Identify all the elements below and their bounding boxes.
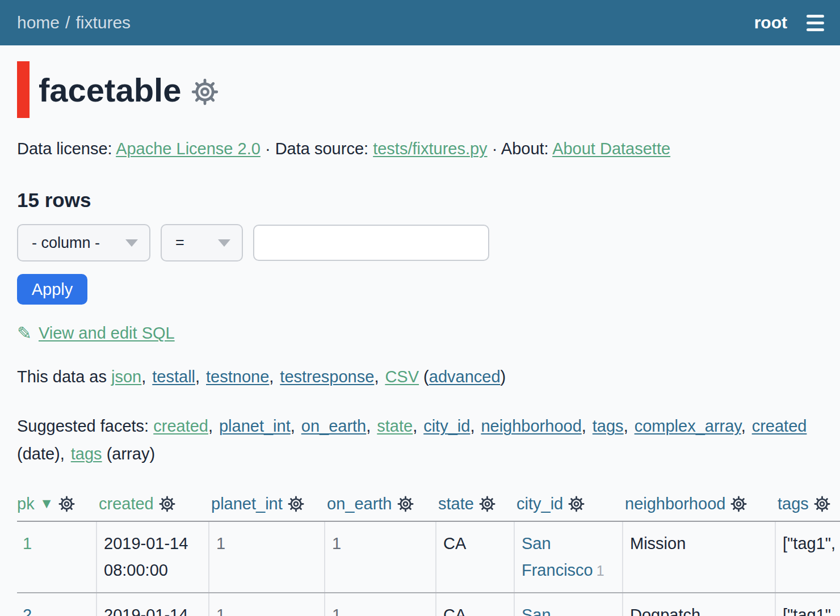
user-root-link[interactable]: root bbox=[754, 13, 787, 32]
main-content: facetable Data license: Apache License 2… bbox=[0, 61, 840, 616]
table-row: 2 2019-01-14 08:00:00 1 1 CA San Francis… bbox=[17, 593, 840, 616]
column-header-neighborhood: neighborhood bbox=[623, 487, 775, 521]
top-nav: home / fixtures root bbox=[0, 0, 840, 45]
column-header-created-link[interactable]: created bbox=[99, 495, 154, 513]
source-label: Data source: bbox=[275, 140, 368, 158]
column-header-tags: tags bbox=[775, 487, 840, 521]
breadcrumb: home / fixtures bbox=[17, 13, 131, 32]
column-menu-gear-icon[interactable] bbox=[479, 496, 495, 512]
breadcrumb-home-link[interactable]: home bbox=[17, 13, 60, 32]
facets-prefix: Suggested facets: bbox=[17, 417, 149, 435]
apply-button[interactable]: Apply bbox=[17, 274, 87, 305]
cell-planet-int: 1 bbox=[209, 521, 325, 593]
license-link[interactable]: Apache License 2.0 bbox=[116, 140, 261, 158]
cell-created: 2019-01-14 08:00:00 bbox=[96, 593, 209, 616]
results-table-container: pk▼ created planet_int on_earth state bbox=[17, 487, 840, 616]
hamburger-menu-icon[interactable] bbox=[805, 12, 825, 33]
facet-link-neighborhood[interactable]: neighborhood bbox=[481, 417, 581, 435]
breadcrumb-fixtures-link[interactable]: fixtures bbox=[75, 13, 131, 32]
facet-suffix-date: (date) bbox=[17, 445, 60, 463]
column-header-city-id: city_id bbox=[514, 487, 623, 521]
nav-right: root bbox=[754, 12, 825, 33]
cell-state: CA bbox=[436, 593, 514, 616]
facet-link-city-id[interactable]: city_id bbox=[423, 417, 470, 435]
column-header-on-earth: on_earth bbox=[325, 487, 436, 521]
export-link-testresponse[interactable]: testresponse bbox=[280, 368, 374, 386]
export-link-testnone[interactable]: testnone bbox=[206, 368, 269, 386]
suggested-facets-row: Suggested facets: created, planet_int, o… bbox=[17, 412, 823, 467]
filter-operator-select[interactable]: = bbox=[161, 224, 243, 261]
cell-created: 2019-01-14 08:00:00 bbox=[96, 521, 209, 593]
cell-city-id: San Francisco1 bbox=[514, 521, 623, 593]
metadata-line: Data license: Apache License 2.0 · Data … bbox=[17, 140, 823, 158]
column-header-on-earth-link[interactable]: on_earth bbox=[327, 495, 392, 513]
facet-link-on-earth[interactable]: on_earth bbox=[301, 417, 367, 435]
sort-desc-icon: ▼ bbox=[40, 495, 54, 511]
cell-tags: ["tag1", "tag3"] bbox=[775, 593, 840, 616]
chevron-down-icon bbox=[125, 239, 138, 247]
export-link-csv[interactable]: CSV bbox=[385, 368, 419, 386]
accent-bar bbox=[17, 61, 30, 118]
pencil-icon: ✎ bbox=[17, 323, 32, 344]
column-header-state-link[interactable]: state bbox=[438, 495, 474, 513]
column-menu-gear-icon[interactable] bbox=[288, 496, 304, 512]
facet-link-tags[interactable]: tags bbox=[593, 417, 624, 435]
export-prefix: This data as bbox=[17, 368, 107, 386]
cell-pk: 2 bbox=[17, 593, 96, 616]
page-title: facetable bbox=[39, 71, 181, 109]
column-header-pk-link[interactable]: pk bbox=[17, 495, 35, 513]
about-label: About: bbox=[501, 140, 549, 158]
export-links-row: This data as json, testall, testnone, te… bbox=[17, 368, 823, 386]
city-link[interactable]: San Francisco bbox=[522, 606, 593, 616]
facet-link-complex-array[interactable]: complex_array bbox=[635, 417, 741, 435]
cell-on-earth: 1 bbox=[325, 593, 436, 616]
dot-separator: · bbox=[492, 140, 498, 158]
filter-operator-value: = bbox=[175, 234, 184, 252]
column-menu-gear-icon[interactable] bbox=[568, 496, 585, 512]
column-menu-gear-icon[interactable] bbox=[58, 496, 75, 512]
table-header-row: pk▼ created planet_int on_earth state bbox=[17, 487, 840, 521]
column-header-city-id-link[interactable]: city_id bbox=[516, 495, 563, 513]
sql-link-row: ✎ View and edit SQL bbox=[17, 323, 823, 344]
column-header-planet-int: planet_int bbox=[209, 487, 325, 521]
column-menu-gear-icon[interactable] bbox=[814, 496, 830, 512]
export-link-testall[interactable]: testall bbox=[152, 368, 195, 386]
facet-link-state[interactable]: state bbox=[377, 417, 413, 435]
export-link-advanced[interactable]: advanced bbox=[429, 368, 501, 386]
dot-separator: · bbox=[265, 140, 271, 158]
about-link[interactable]: About Datasette bbox=[552, 140, 670, 158]
facet-link-tags-array[interactable]: tags bbox=[71, 445, 102, 463]
cell-city-id: San Francisco1 bbox=[514, 593, 623, 616]
column-header-planet-int-link[interactable]: planet_int bbox=[211, 495, 283, 513]
column-header-neighborhood-link[interactable]: neighborhood bbox=[625, 495, 725, 513]
table-settings-gear-icon[interactable] bbox=[191, 78, 219, 106]
export-link-json[interactable]: json bbox=[111, 368, 141, 386]
cell-neighborhood: Dogpatch bbox=[623, 593, 775, 616]
filter-value-input[interactable] bbox=[253, 225, 489, 261]
column-menu-gear-icon[interactable] bbox=[397, 496, 414, 512]
cell-tags: ["tag1", "tag2"] bbox=[775, 521, 840, 593]
foreign-key-count: 1 bbox=[597, 563, 604, 579]
facet-link-planet-int[interactable]: planet_int bbox=[219, 417, 291, 435]
view-edit-sql-link[interactable]: View and edit SQL bbox=[39, 324, 175, 343]
cell-planet-int: 1 bbox=[209, 593, 325, 616]
facet-link-created-date[interactable]: created bbox=[752, 417, 807, 435]
filter-column-value: - column - bbox=[32, 234, 100, 252]
filter-row: - column - = bbox=[17, 224, 823, 261]
city-link[interactable]: San Francisco bbox=[522, 534, 593, 579]
cell-pk: 1 bbox=[17, 521, 96, 593]
facet-suffix-array: (array) bbox=[107, 445, 155, 463]
column-menu-gear-icon[interactable] bbox=[730, 496, 747, 512]
row-pk-link[interactable]: 1 bbox=[23, 534, 32, 552]
column-menu-gear-icon[interactable] bbox=[159, 496, 175, 512]
cell-state: CA bbox=[436, 521, 514, 593]
table-row: 1 2019-01-14 08:00:00 1 1 CA San Francis… bbox=[17, 521, 840, 593]
source-link[interactable]: tests/fixtures.py bbox=[373, 140, 487, 158]
filter-column-select[interactable]: - column - bbox=[17, 224, 150, 261]
facet-link-created[interactable]: created bbox=[153, 417, 208, 435]
row-pk-link[interactable]: 2 bbox=[23, 606, 32, 616]
column-header-tags-link[interactable]: tags bbox=[778, 495, 809, 513]
cell-on-earth: 1 bbox=[325, 521, 436, 593]
results-table: pk▼ created planet_int on_earth state bbox=[17, 487, 840, 616]
column-header-pk: pk▼ bbox=[17, 487, 96, 521]
